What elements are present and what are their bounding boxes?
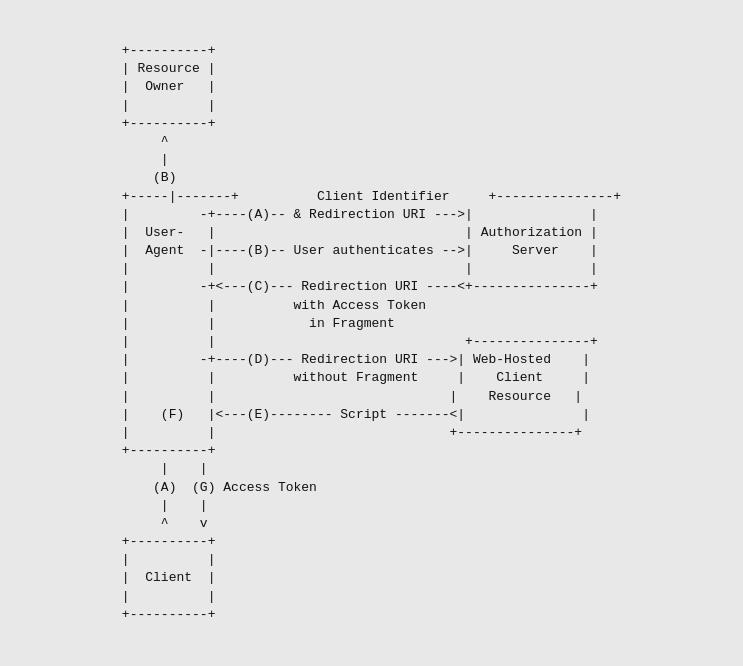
diagram-container: +----------+ | Resource | | Owner | | | … bbox=[0, 0, 743, 666]
oauth-flow-diagram: +----------+ | Resource | | Owner | | | … bbox=[122, 42, 621, 624]
